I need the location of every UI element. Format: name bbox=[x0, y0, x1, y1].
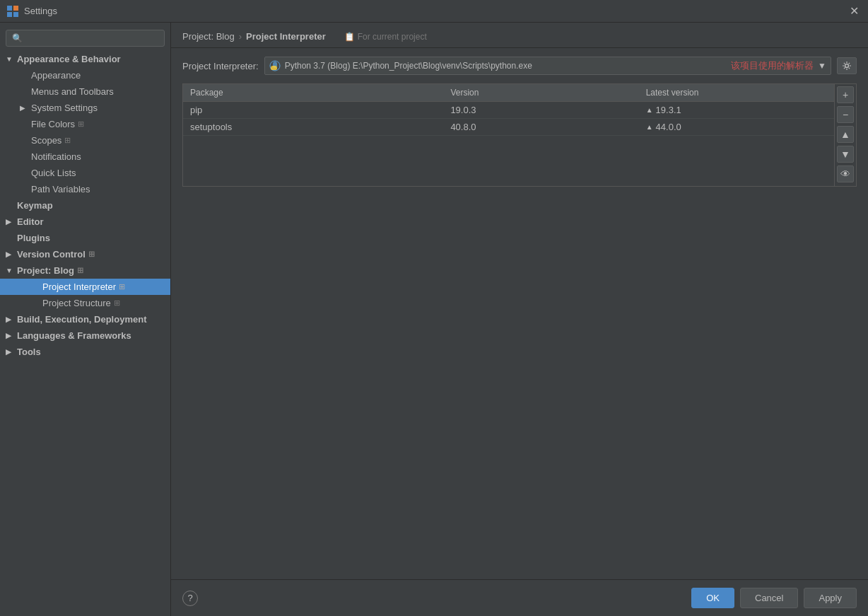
ok-button[interactable]: OK bbox=[691, 588, 734, 608]
chevron-right-icon: ▶ bbox=[6, 218, 14, 226]
add-package-button[interactable]: + bbox=[837, 86, 854, 103]
svg-rect-1 bbox=[13, 6, 18, 11]
table-row[interactable]: setuptools 40.8.0 ▲ 44.0.0 bbox=[183, 119, 834, 136]
sidebar-item-project-blog[interactable]: ▼ Project: Blog ⊞ bbox=[0, 262, 170, 279]
sidebar-label: Plugins bbox=[17, 233, 50, 243]
sidebar-item-keymap[interactable]: Keymap bbox=[0, 197, 170, 214]
table-row[interactable]: pip 19.0.3 ▲ 19.3.1 bbox=[183, 102, 834, 119]
package-table: Package Version Latest version pip 19.0.… bbox=[183, 84, 834, 136]
panel-body: Project Interpreter: Python 3.7 (Blog) E… bbox=[171, 48, 868, 579]
help-button[interactable]: ? bbox=[182, 591, 198, 606]
sidebar-label: Scopes bbox=[31, 135, 61, 146]
sidebar-label: Keymap bbox=[17, 200, 53, 211]
package-table-container: Package Version Latest version pip 19.0.… bbox=[182, 83, 857, 187]
sidebar-label: Notifications bbox=[31, 151, 81, 162]
scroll-down-button[interactable]: ▼ bbox=[837, 146, 854, 163]
title-bar: Settings ✕ bbox=[0, 0, 868, 23]
sidebar-label: File Colors bbox=[31, 119, 75, 129]
apply-button[interactable]: Apply bbox=[804, 588, 857, 608]
update-arrow-icon: ▲ bbox=[646, 123, 653, 131]
breadcrumb-current: Project Interpreter bbox=[246, 31, 326, 42]
page-icon: ⊞ bbox=[88, 250, 95, 259]
up-arrow-icon: ▲ bbox=[840, 129, 850, 140]
sidebar-item-scopes[interactable]: Scopes ⊞ bbox=[0, 132, 170, 149]
svg-rect-2 bbox=[7, 12, 12, 17]
sidebar-label: Build, Execution, Deployment bbox=[17, 314, 146, 325]
minus-icon: − bbox=[843, 109, 848, 120]
interpreter-value: Python 3.7 (Blog) E:\Python_Project\Blog… bbox=[285, 61, 721, 71]
latest-value: 19.3.1 bbox=[656, 105, 681, 115]
page-icon: ⊞ bbox=[64, 136, 71, 145]
app-icon bbox=[7, 6, 18, 17]
remove-package-button[interactable]: − bbox=[837, 106, 854, 123]
chevron-right-icon: ▶ bbox=[6, 250, 14, 258]
note-text: For current project bbox=[358, 32, 427, 42]
package-latest: ▲ 44.0.0 bbox=[639, 119, 834, 136]
sidebar: ▼ Appearance & Behavior Appearance Menus… bbox=[0, 23, 171, 616]
title-bar-text: Settings bbox=[24, 6, 847, 16]
question-icon: ? bbox=[187, 593, 192, 603]
sidebar-label: Appearance bbox=[31, 70, 81, 81]
sidebar-label: Menus and Toolbars bbox=[31, 86, 114, 97]
sidebar-label: Version Control bbox=[17, 249, 86, 260]
eye-button[interactable]: 👁 bbox=[837, 165, 854, 182]
sidebar-item-languages-frameworks[interactable]: ▶ Languages & Frameworks bbox=[0, 327, 170, 344]
close-button[interactable]: ✕ bbox=[847, 4, 861, 18]
interpreter-hint: 该项目使用的解析器 bbox=[731, 59, 814, 72]
sidebar-item-project-interpreter[interactable]: Project Interpreter ⊞ bbox=[0, 279, 170, 295]
table-action-buttons: + − ▲ ▼ 👁 bbox=[834, 84, 856, 186]
sidebar-label: Project Interpreter bbox=[42, 281, 116, 292]
sidebar-label: Tools bbox=[17, 347, 41, 357]
chevron-right-icon: ▶ bbox=[6, 348, 14, 356]
page-icon: ⊞ bbox=[77, 266, 83, 275]
svg-rect-0 bbox=[7, 6, 12, 11]
sidebar-item-system-settings[interactable]: ▶ System Settings bbox=[0, 100, 170, 116]
col-package: Package bbox=[183, 84, 443, 102]
footer-left: ? bbox=[182, 591, 686, 606]
search-input[interactable] bbox=[6, 30, 165, 47]
package-latest: ▲ 19.3.1 bbox=[639, 102, 834, 119]
sidebar-label: Editor bbox=[17, 216, 44, 227]
panel-note: 📋 For current project bbox=[344, 32, 427, 42]
sidebar-item-editor[interactable]: ▶ Editor bbox=[0, 214, 170, 230]
page-icon: ⊞ bbox=[119, 282, 125, 291]
cancel-button[interactable]: Cancel bbox=[740, 588, 798, 608]
python-icon bbox=[269, 60, 281, 71]
sidebar-item-build-execution[interactable]: ▶ Build, Execution, Deployment bbox=[0, 311, 170, 327]
svg-rect-3 bbox=[13, 12, 18, 17]
sidebar-item-path-variables[interactable]: Path Variables bbox=[0, 181, 170, 197]
settings-window: Settings ✕ ▼ Appearance & Behavior Appea… bbox=[0, 0, 868, 616]
sidebar-label: Quick Lists bbox=[31, 168, 76, 178]
sidebar-item-tools[interactable]: ▶ Tools bbox=[0, 344, 170, 360]
dropdown-arrow-icon: ▼ bbox=[818, 61, 826, 71]
right-panel: Project: Blog › Project Interpreter 📋 Fo… bbox=[171, 23, 868, 616]
sidebar-item-appearance-behavior[interactable]: ▼ Appearance & Behavior bbox=[0, 51, 170, 67]
down-arrow-icon: ▼ bbox=[840, 149, 850, 160]
sidebar-item-version-control[interactable]: ▶ Version Control ⊞ bbox=[0, 246, 170, 262]
package-version: 40.8.0 bbox=[443, 119, 638, 136]
sidebar-item-menus-toolbars[interactable]: Menus and Toolbars bbox=[0, 83, 170, 100]
sidebar-item-file-colors[interactable]: File Colors ⊞ bbox=[0, 116, 170, 132]
note-icon: 📋 bbox=[344, 32, 355, 42]
col-latest: Latest version bbox=[639, 84, 834, 102]
plus-icon: + bbox=[843, 89, 848, 100]
interpreter-select[interactable]: Python 3.7 (Blog) E:\Python_Project\Blog… bbox=[264, 57, 831, 75]
scroll-up-button[interactable]: ▲ bbox=[837, 126, 854, 143]
sidebar-item-quick-lists[interactable]: Quick Lists bbox=[0, 165, 170, 181]
table-scroll-area[interactable]: Package Version Latest version pip 19.0.… bbox=[183, 84, 834, 186]
breadcrumb-separator: › bbox=[239, 31, 242, 42]
sidebar-item-plugins[interactable]: Plugins bbox=[0, 230, 170, 246]
svg-point-5 bbox=[845, 64, 849, 68]
sidebar-label: Languages & Frameworks bbox=[17, 330, 131, 341]
sidebar-item-appearance[interactable]: Appearance bbox=[0, 67, 170, 83]
panel-header: Project: Blog › Project Interpreter 📋 Fo… bbox=[171, 23, 868, 48]
sidebar-item-project-structure[interactable]: Project Structure ⊞ bbox=[0, 295, 170, 311]
chevron-down-icon: ▼ bbox=[6, 267, 14, 274]
sidebar-item-notifications[interactable]: Notifications bbox=[0, 149, 170, 165]
chevron-right-icon: ▶ bbox=[6, 315, 14, 323]
interpreter-row: Project Interpreter: Python 3.7 (Blog) E… bbox=[182, 57, 857, 75]
footer: ? OK Cancel Apply bbox=[171, 579, 868, 616]
breadcrumb-parent: Project: Blog bbox=[182, 31, 235, 42]
interpreter-settings-button[interactable] bbox=[837, 57, 857, 74]
breadcrumb: Project: Blog › Project Interpreter bbox=[182, 31, 326, 42]
